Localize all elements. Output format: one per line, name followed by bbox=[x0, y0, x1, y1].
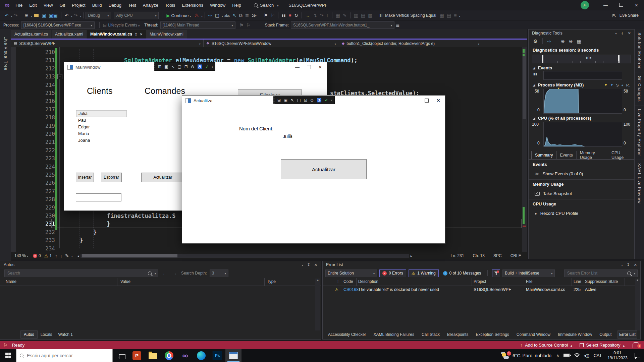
column-divider[interactable] bbox=[472, 278, 472, 286]
export-icon[interactable]: ⇨ bbox=[208, 13, 212, 18]
pointer-icon[interactable]: ↖ bbox=[232, 13, 236, 18]
avatar[interactable]: JF bbox=[581, 1, 589, 9]
insertar-button[interactable]: Insertar bbox=[76, 173, 94, 182]
column-header-code[interactable]: Code bbox=[343, 279, 353, 284]
column-header-description[interactable]: Description bbox=[358, 279, 378, 284]
actualitzar-button[interactable]: Actualitzar bbox=[141, 173, 184, 182]
taskbar-app-task-view[interactable] bbox=[113, 349, 129, 362]
taskbar-search-box[interactable] bbox=[16, 349, 113, 362]
navigate-back-icon[interactable]: ↶ bbox=[5, 13, 9, 18]
clients-listbox[interactable]: JuliàPauEdgarMariaJoana bbox=[76, 110, 127, 162]
save-icon[interactable]: ▣ bbox=[42, 13, 46, 18]
show-next-statement-icon[interactable]: → bbox=[306, 13, 310, 18]
breadcrumb-segment[interactable]: ◆button1_Click(object sender, RoutedEven… bbox=[339, 40, 482, 47]
diagnostics-tab-memory-usage[interactable]: Memory Usage bbox=[577, 151, 608, 159]
menu-item-build[interactable]: Build bbox=[89, 3, 105, 8]
menu-item-extensions[interactable]: Extensions bbox=[178, 3, 207, 8]
close-icon[interactable] bbox=[628, 31, 631, 36]
error-search-box[interactable] bbox=[564, 269, 638, 277]
accessibility-checker-icon[interactable]: ♿ bbox=[317, 98, 322, 103]
platform-dropdown[interactable]: Any CPU bbox=[114, 12, 159, 19]
timeline-ruler[interactable]: 10s bbox=[532, 55, 631, 63]
console-icon[interactable]: ▢ bbox=[215, 13, 219, 18]
restore-button[interactable] bbox=[613, 3, 629, 8]
indent-icon[interactable]: ≣ bbox=[245, 13, 249, 18]
close-button[interactable] bbox=[436, 98, 440, 104]
pause-events-icon[interactable]: ▮▮ bbox=[533, 72, 537, 76]
stack-list-icon[interactable]: ≣ bbox=[396, 22, 400, 28]
taskbar-app-visual-studio[interactable]: ∞ bbox=[177, 349, 193, 362]
error-scrollbar[interactable]: ▲ bbox=[635, 279, 640, 330]
taskbar-app-file-explorer[interactable] bbox=[145, 349, 161, 362]
flag-icon[interactable]: ⚑ bbox=[239, 22, 244, 28]
menu-item-analyze[interactable]: Analyze bbox=[140, 3, 162, 8]
autos-search-input[interactable] bbox=[7, 270, 146, 276]
list-item-client[interactable]: Julià bbox=[76, 110, 127, 117]
events-expander-icon[interactable]: ◢ bbox=[533, 66, 535, 70]
panel-menu-icon[interactable] bbox=[301, 263, 303, 267]
maximize-button[interactable] bbox=[307, 65, 311, 69]
continue-icon[interactable]: ▶ bbox=[166, 13, 170, 18]
tray-chevron[interactable]: ∧ bbox=[553, 349, 562, 362]
screenshot-icon[interactable]: ▣ bbox=[284, 98, 287, 103]
diagnostics-tab-events[interactable]: Events bbox=[556, 151, 576, 159]
grid2-icon[interactable]: ▤ bbox=[447, 13, 451, 18]
minimize-button[interactable] bbox=[295, 65, 300, 70]
taskbar-app-edge[interactable] bbox=[193, 349, 209, 362]
taskbar-app-photoshop[interactable]: Ps bbox=[209, 349, 225, 362]
memory-expander-icon[interactable]: ◢ bbox=[533, 83, 535, 87]
volume-icon[interactable]: ◄))) bbox=[581, 349, 591, 362]
continue-label[interactable]: Continue bbox=[171, 13, 189, 18]
document-tab-Actualitza.xaml[interactable]: Actualitza.xaml bbox=[52, 30, 87, 39]
panel-tab-watch-1[interactable]: Watch 1 bbox=[55, 331, 76, 338]
editor-scrollbar[interactable] bbox=[522, 47, 527, 252]
menu-item-edit[interactable]: Edit bbox=[26, 3, 40, 8]
undo-icon[interactable]: ↶ bbox=[65, 13, 69, 18]
layout-adorners-icon[interactable]: ▢ bbox=[297, 98, 301, 103]
list-item-client[interactable]: Edgar bbox=[76, 124, 127, 130]
panel-tab-locals[interactable]: Locals bbox=[38, 331, 55, 338]
outdent-icon[interactable]: ≫ bbox=[252, 13, 257, 18]
scrollbar-thumb[interactable] bbox=[523, 49, 526, 119]
panel-tab-autos[interactable]: Autos bbox=[20, 330, 38, 339]
hscroll-left-icon[interactable]: ◂ bbox=[77, 254, 79, 258]
live-share-icon[interactable]: ⇱ bbox=[612, 13, 616, 18]
restart-icon[interactable]: ↻ bbox=[294, 13, 298, 18]
menu-item-debug[interactable]: Debug bbox=[105, 3, 125, 8]
close-button[interactable] bbox=[629, 3, 644, 8]
hscroll-right-icon[interactable]: ▸ bbox=[411, 254, 412, 258]
panel-menu-icon[interactable] bbox=[621, 263, 623, 267]
menu-item-git[interactable]: Git bbox=[56, 3, 69, 8]
column-divider[interactable] bbox=[335, 278, 335, 286]
column-divider[interactable] bbox=[572, 278, 572, 286]
column-divider[interactable] bbox=[625, 278, 625, 286]
panel-tab-xaml-binding-failures[interactable]: XAML Binding Failures bbox=[372, 331, 416, 338]
live-share-label[interactable]: Live Share bbox=[620, 13, 639, 18]
autos-scrollbar[interactable]: ▲ bbox=[315, 279, 320, 330]
esborrar-button[interactable]: Esborrar bbox=[101, 173, 122, 182]
panel-tab-accessibility-checker[interactable]: Accessibility Checker bbox=[327, 331, 367, 338]
document-tab-MainWindow.xaml[interactable]: MainWindow.xaml bbox=[146, 30, 187, 39]
cpu-expander-icon[interactable]: ◢ bbox=[533, 116, 535, 120]
search-depth-dropdown[interactable]: 3 bbox=[210, 269, 228, 277]
code-line-233[interactable]: } bbox=[66, 236, 83, 244]
document-tab-Actualitza.xaml.cs[interactable]: Actualitza.xaml.cs bbox=[11, 30, 51, 39]
errors-filter-toggle[interactable]: ✕0 Errors bbox=[379, 269, 406, 277]
new-client-input[interactable] bbox=[76, 193, 121, 201]
code-cleanup-icon[interactable]: ✎ bbox=[65, 253, 69, 258]
select-element-icon[interactable]: ↖ bbox=[171, 64, 174, 69]
align-left-icon[interactable]: ▥ bbox=[354, 13, 358, 18]
list-icon[interactable]: ≡ bbox=[454, 13, 457, 18]
reset-view-icon[interactable]: ▦ bbox=[577, 39, 581, 44]
hot-reload-icon[interactable]: ⊙ bbox=[191, 64, 194, 69]
warnings-filter-toggle[interactable]: ⚠1 Warning bbox=[409, 269, 439, 277]
list-item-client[interactable]: Maria bbox=[76, 130, 127, 137]
start-button[interactable] bbox=[0, 349, 16, 362]
export-session-icon[interactable]: ⇨ bbox=[547, 39, 551, 44]
error-code[interactable]: CS0168 bbox=[343, 287, 359, 292]
error-list-title-bar[interactable]: Error List bbox=[323, 261, 640, 268]
wifi-icon[interactable] bbox=[572, 349, 581, 362]
notifications-bell[interactable]: 1 bbox=[633, 342, 639, 348]
collapse-toolbar-icon[interactable]: ‹ bbox=[331, 98, 332, 103]
diagnostics-tab-summary[interactable]: Summary bbox=[531, 151, 556, 159]
